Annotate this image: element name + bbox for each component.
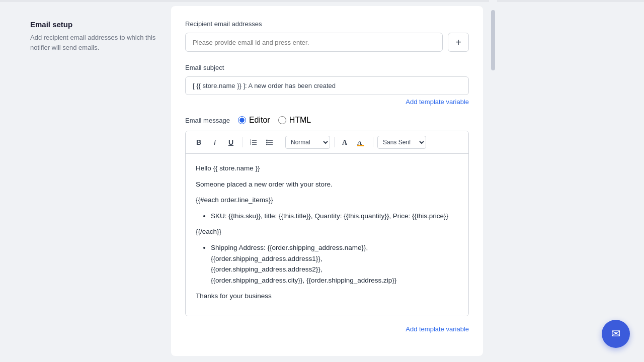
recipient-label: Recipient email addresses xyxy=(185,20,469,28)
svg-rect-14 xyxy=(357,145,364,146)
subject-input[interactable] xyxy=(185,76,469,95)
recipient-section: Recipient email addresses + xyxy=(185,20,469,52)
toolbar-divider-3 xyxy=(334,137,335,147)
email-subject-section: Email subject Add template variable xyxy=(185,64,469,106)
left-panel: Email setup Add recipient email addresse… xyxy=(0,0,171,362)
recipient-row: + xyxy=(185,33,469,52)
font-color-button[interactable]: A xyxy=(339,135,353,149)
editor-radio-input[interactable] xyxy=(238,116,246,124)
ordered-list-button[interactable]: 1 2 3 xyxy=(247,135,261,149)
floating-chat-button[interactable]: ✉ xyxy=(602,320,630,348)
format-select[interactable]: Normal Heading 1 Heading 2 Heading 3 xyxy=(285,136,330,149)
editor-list-items: SKU: {{this.sku}}, title: {{this.title}}… xyxy=(196,211,458,222)
underline-button[interactable]: U xyxy=(224,135,238,149)
html-radio-input[interactable] xyxy=(278,116,286,124)
editor-line-each-end: {{/each}} xyxy=(196,226,458,237)
svg-point-9 xyxy=(266,140,268,141)
unordered-list-button[interactable] xyxy=(263,135,277,149)
svg-point-11 xyxy=(266,144,268,145)
editor-line-greeting: Hello {{ store.name }} xyxy=(196,163,458,174)
add-template-variable-link-bottom[interactable]: Add template variable xyxy=(185,321,469,337)
add-recipient-button[interactable]: + xyxy=(448,33,469,52)
message-label: Email message xyxy=(185,117,230,124)
svg-text:A: A xyxy=(342,139,348,146)
bold-button[interactable]: B xyxy=(192,135,206,149)
panel-description: Add recipient email addresses to which t… xyxy=(30,33,156,52)
email-message-section: Email message Editor HTML B I U xyxy=(185,116,469,337)
subject-label: Email subject xyxy=(185,64,469,71)
toolbar-divider-4 xyxy=(373,137,373,147)
svg-point-10 xyxy=(266,142,268,143)
editor-toolbar: B I U 1 2 3 xyxy=(186,131,468,154)
top-border xyxy=(0,0,644,2)
font-select[interactable]: Sans Serif Serif Monospace xyxy=(377,136,426,149)
editor-line-order: Someone placed a new order with your sto… xyxy=(196,179,458,190)
toolbar-divider-2 xyxy=(281,137,281,147)
scrollbar[interactable] xyxy=(489,0,497,362)
panel-title: Email setup xyxy=(30,20,156,29)
toolbar-divider-1 xyxy=(242,137,243,147)
svg-text:3: 3 xyxy=(250,143,252,145)
editor-list-item-shipping: Shipping Address: {{order.shipping_addre… xyxy=(211,242,458,286)
editor-radio-label: Editor xyxy=(249,116,270,125)
main-content: Recipient email addresses + Email subjec… xyxy=(171,6,483,356)
editor-container: B I U 1 2 3 xyxy=(185,131,469,316)
editor-line-each: {{#each order.line_items}} xyxy=(196,195,458,206)
editor-radio-option[interactable]: Editor xyxy=(238,116,270,125)
editor-list-item-sku: SKU: {{this.sku}}, title: {{this.title}}… xyxy=(211,211,458,222)
message-mode-radio-group: Editor HTML xyxy=(238,116,311,125)
editor-line-thanks: Thanks for your business xyxy=(196,291,458,302)
message-header: Email message Editor HTML xyxy=(185,116,469,125)
italic-button[interactable]: I xyxy=(208,135,222,149)
editor-list-shipping: Shipping Address: {{order.shipping_addre… xyxy=(196,242,458,286)
add-template-variable-link-subject[interactable]: Add template variable xyxy=(185,98,469,106)
editor-body[interactable]: Hello {{ store.name }} Someone placed a … xyxy=(186,154,468,316)
html-radio-label: HTML xyxy=(289,116,311,125)
scrollbar-thumb[interactable] xyxy=(491,10,495,70)
recipient-email-input[interactable] xyxy=(185,33,443,52)
chat-icon: ✉ xyxy=(611,327,620,340)
html-radio-option[interactable]: HTML xyxy=(278,116,311,125)
highlight-button[interactable]: A xyxy=(355,135,369,149)
